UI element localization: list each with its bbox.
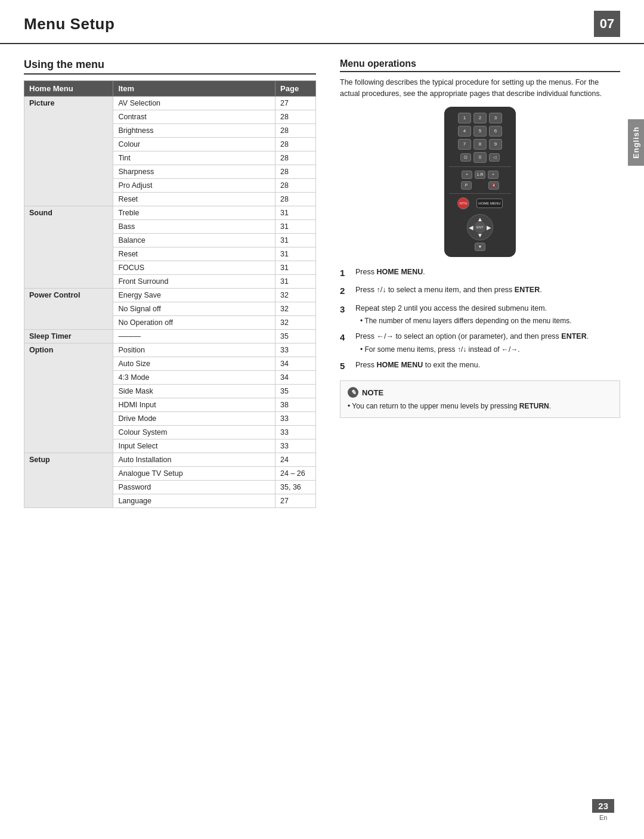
chapter-number: 07 — [594, 11, 620, 37]
category-cell: Sleep Timer — [24, 330, 113, 343]
page-cell: 24 – 26 — [275, 467, 316, 481]
page-title: Menu Setup — [24, 15, 114, 33]
btn-3: 3 — [489, 113, 502, 123]
menu-operations-section: Menu operations The following describes … — [340, 58, 620, 418]
page-cell: 34 — [275, 371, 316, 385]
page-cell: 33 — [275, 439, 316, 453]
remote-row-menu: RTN HOME MENU — [457, 197, 503, 209]
col-page: Page — [275, 81, 316, 97]
ops-title: Menu operations — [340, 58, 620, 72]
item-cell: Input Select — [113, 439, 275, 453]
btn-0: 0 — [473, 152, 487, 163]
item-cell: Front Surround — [113, 275, 275, 289]
page-cell: 28 — [275, 110, 316, 124]
page-cell: 33 — [275, 426, 316, 439]
remote-sep-1 — [449, 166, 511, 167]
page-cell: 33 — [275, 412, 316, 426]
page-cell: 35 — [275, 385, 316, 398]
menu-table: Home Menu Item Page PictureAV Selection2… — [24, 81, 316, 508]
btn-9: 9 — [489, 139, 502, 150]
btn-5: 5 — [473, 126, 487, 137]
table-row: SoundTreble31 — [24, 206, 316, 220]
item-cell: Energy Save — [113, 289, 275, 302]
page-cell: 28 — [275, 138, 316, 151]
note-content: • You can return to the upper menu level… — [348, 401, 612, 411]
remote-row-1: 1 2 3 — [458, 113, 502, 123]
page-cell: 31 — [275, 247, 316, 261]
note-box: ✎ NOTE • You can return to the upper men… — [340, 380, 620, 419]
remote-row-nav: ▲ ▼ ◀ ▶ ENT — [467, 214, 493, 240]
col-item: Item — [113, 81, 275, 97]
page-cell: 27 — [275, 97, 316, 110]
step-1: 1 Press HOME MENU. — [340, 267, 620, 280]
item-cell: 4:3 Mode — [113, 371, 275, 385]
remote-row-3: 7 8 9 — [458, 139, 502, 150]
page-number: 23 — [592, 799, 614, 813]
item-cell: AV Selection — [113, 97, 275, 110]
page-cell: 31 — [275, 275, 316, 289]
item-cell: Sharpness — [113, 165, 275, 179]
btn-guide: ⊡ — [460, 153, 471, 162]
category-cell: Picture — [24, 97, 113, 206]
btn-down-extra: ▼ — [475, 243, 485, 251]
remote-image: 1 2 3 4 5 6 7 8 9 ⊡ — [340, 107, 620, 257]
btn-pg: P — [461, 181, 472, 190]
note-icon: ✎ — [348, 387, 358, 398]
table-row: PictureAV Selection27 — [24, 97, 316, 110]
item-cell: Colour — [113, 138, 275, 151]
btn-1: 1 — [458, 113, 471, 123]
page-cell: 28 — [275, 179, 316, 193]
page-cell: 31 — [275, 206, 316, 220]
left-section-title: Using the menu — [24, 58, 316, 75]
item-cell: Reset — [113, 193, 275, 206]
table-row: OptionPosition33 — [24, 343, 316, 357]
item-cell: Contrast — [113, 110, 275, 124]
btn-home-menu: HOME MENU — [476, 199, 503, 208]
note-title: ✎ NOTE — [348, 387, 612, 399]
page-cell: 34 — [275, 357, 316, 371]
main-content: Using the menu Home Menu Item Page Pictu… — [0, 44, 644, 533]
table-row: SetupAuto Installation24 — [24, 453, 316, 467]
remote-row-pg: P 🔇 — [461, 181, 499, 190]
btn-8: 8 — [473, 139, 487, 150]
btn-2: 2 — [473, 113, 487, 123]
step4-sub: • For some menu items, press ↑/↓ instead… — [360, 344, 620, 355]
btn-extra: ◁ — [489, 153, 500, 162]
page-cell: 31 — [275, 234, 316, 247]
ops-description: The following describes the typical proc… — [340, 77, 620, 100]
btn-6: 6 — [489, 126, 502, 137]
btn-enter: ENT — [474, 221, 486, 233]
item-cell: No Operation off — [113, 316, 275, 330]
item-cell: Drive Mode — [113, 412, 275, 426]
category-cell: Setup — [24, 453, 113, 508]
page-cell: 35, 36 — [275, 481, 316, 494]
item-cell: Auto Installation — [113, 453, 275, 467]
page-cell: 38 — [275, 398, 316, 412]
item-cell: Analogue TV Setup — [113, 467, 275, 481]
page-cell: 33 — [275, 343, 316, 357]
remote-sep-2 — [449, 193, 511, 194]
item-cell: No Signal off — [113, 302, 275, 316]
nav-cluster: ▲ ▼ ◀ ▶ ENT — [467, 214, 493, 240]
remote-row-2: 4 5 6 — [458, 126, 502, 137]
item-cell: Treble — [113, 206, 275, 220]
category-cell: Option — [24, 343, 113, 453]
item-cell: ——— — [113, 330, 275, 343]
step3-sub: • The number of menu layers differs depe… — [360, 315, 620, 326]
page-sub: En — [599, 814, 607, 821]
item-cell: HDMI Input — [113, 398, 275, 412]
step-5: 5 Press HOME MENU to exit the menu. — [340, 360, 620, 373]
page-cell: 28 — [275, 193, 316, 206]
item-cell: Side Mask — [113, 385, 275, 398]
item-cell: Tint — [113, 151, 275, 165]
header: Menu Setup 07 — [0, 0, 644, 44]
step4-bold: ENTER — [561, 332, 586, 340]
page-cell: 24 — [275, 453, 316, 467]
page-cell: 28 — [275, 165, 316, 179]
page-cell: 31 — [275, 261, 316, 275]
table-row: Sleep Timer———35 — [24, 330, 316, 343]
item-cell: Language — [113, 494, 275, 508]
btn-4: 4 — [458, 126, 471, 137]
steps-list: 1 Press HOME MENU. 2 Press ↑/↓ to select… — [340, 267, 620, 373]
right-column: Menu operations The following describes … — [340, 58, 620, 519]
